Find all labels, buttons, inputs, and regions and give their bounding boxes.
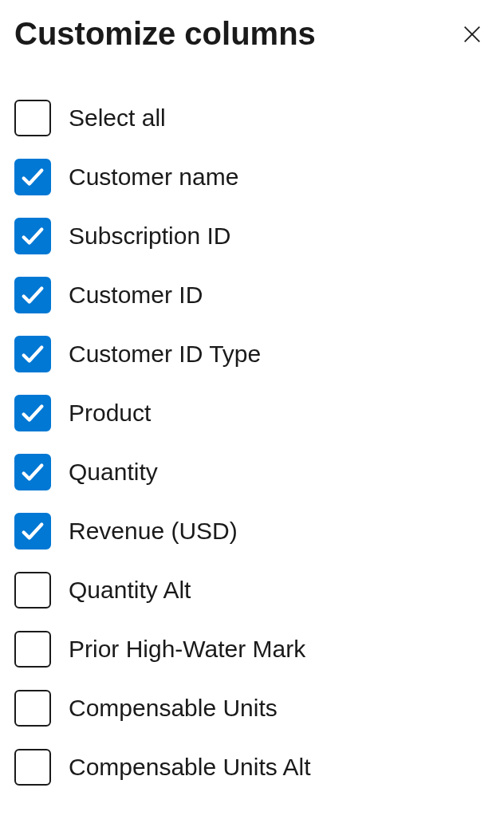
column-label: Product — [69, 400, 151, 427]
column-item: Subscription ID — [14, 218, 488, 254]
column-label: Customer name — [69, 163, 238, 191]
column-checkbox[interactable] — [14, 749, 51, 786]
column-checkbox[interactable] — [14, 690, 51, 727]
column-item: Prior High-Water Mark — [14, 631, 488, 668]
column-label: Select all — [69, 104, 166, 132]
column-item: Compensable Units — [14, 690, 488, 727]
column-checkbox[interactable] — [14, 277, 51, 313]
panel-title: Customize columns — [14, 16, 316, 52]
column-item: Revenue (USD) — [14, 513, 488, 549]
column-item: Customer ID Type — [14, 336, 488, 372]
check-icon — [19, 341, 46, 368]
column-checkbox[interactable] — [14, 454, 51, 490]
column-label: Revenue (USD) — [69, 518, 238, 545]
column-checkbox[interactable] — [14, 572, 51, 609]
column-item: Product — [14, 395, 488, 431]
column-item: Quantity Alt — [14, 572, 488, 609]
check-icon — [19, 400, 46, 427]
column-item: Compensable Units Alt — [14, 749, 488, 786]
column-checkbox[interactable] — [14, 513, 51, 549]
column-label: Quantity — [69, 459, 158, 486]
check-icon — [19, 282, 46, 309]
column-list: Select allCustomer nameSubscription IDCu… — [14, 100, 488, 786]
column-item: Customer ID — [14, 277, 488, 313]
column-label: Compensable Units — [69, 695, 278, 722]
column-label: Customer ID — [69, 282, 203, 309]
column-checkbox[interactable] — [14, 631, 51, 668]
check-icon — [19, 223, 46, 250]
check-icon — [19, 163, 46, 191]
close-button[interactable] — [456, 18, 488, 50]
column-checkbox[interactable] — [14, 159, 51, 195]
panel-header: Customize columns — [14, 16, 488, 52]
column-checkbox[interactable] — [14, 395, 51, 431]
column-item: Customer name — [14, 159, 488, 195]
column-label: Quantity Alt — [69, 577, 191, 604]
column-label: Subscription ID — [69, 223, 230, 250]
check-icon — [19, 518, 46, 545]
column-item: Select all — [14, 100, 488, 136]
column-checkbox[interactable] — [14, 336, 51, 372]
column-item: Quantity — [14, 454, 488, 490]
close-icon — [461, 23, 483, 45]
column-label: Compensable Units Alt — [69, 754, 311, 781]
column-checkbox[interactable] — [14, 100, 51, 136]
column-checkbox[interactable] — [14, 218, 51, 254]
column-label: Customer ID Type — [69, 341, 261, 368]
check-icon — [19, 459, 46, 486]
column-label: Prior High-Water Mark — [69, 636, 305, 663]
